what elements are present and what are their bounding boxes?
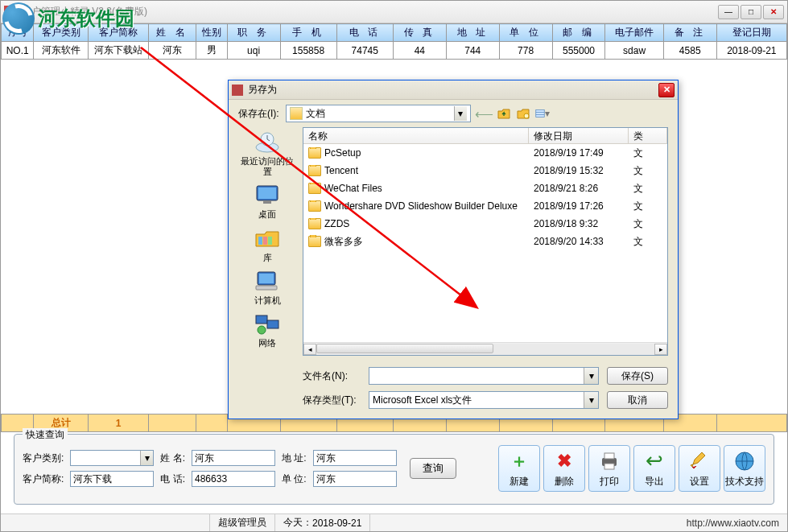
new-button[interactable]: ＋新建 xyxy=(498,445,540,492)
scroll-right-icon[interactable]: ▸ xyxy=(654,344,667,355)
up-folder-icon[interactable] xyxy=(497,106,511,121)
status-today: 今天：2018-09-21 xyxy=(275,514,370,531)
savein-combo[interactable]: 文档 ▾ xyxy=(286,105,471,122)
chevron-down-icon[interactable]: ▾ xyxy=(584,392,598,408)
print-button[interactable]: 打印 xyxy=(588,445,630,492)
search-tel-label: 电 话: xyxy=(160,472,185,486)
folder-icon xyxy=(290,107,303,120)
place-network[interactable]: 网络 xyxy=(238,311,296,348)
filetype-value[interactable] xyxy=(369,392,584,408)
folder-icon xyxy=(308,147,321,159)
col-email[interactable]: 电子邮件 xyxy=(605,24,663,42)
svg-point-1 xyxy=(524,113,529,118)
header-name[interactable]: 名称 xyxy=(303,128,529,143)
places-bar: 最近访问的位置 桌面 库 计算机 网络 xyxy=(238,127,296,356)
dialog-icon xyxy=(232,85,243,96)
place-desktop[interactable]: 桌面 xyxy=(238,182,296,220)
file-row[interactable]: 微客多多2018/9/20 14:33文 xyxy=(303,233,667,250)
col-unit[interactable]: 单 位 xyxy=(499,24,552,42)
x-icon: ✖ xyxy=(552,449,576,473)
delete-button[interactable]: ✖删除 xyxy=(543,445,585,492)
dialog-close-button[interactable]: ✕ xyxy=(658,83,675,97)
filename-input[interactable] xyxy=(369,368,584,384)
svg-rect-20 xyxy=(604,453,614,459)
file-row[interactable]: WeChat Files2018/9/21 8:26文 xyxy=(303,179,667,197)
scroll-thumb[interactable] xyxy=(316,344,493,353)
globe-icon xyxy=(732,449,757,473)
folder-icon xyxy=(308,183,321,194)
chevron-down-icon[interactable]: ▾ xyxy=(584,368,598,384)
views-icon[interactable]: ▾ xyxy=(535,106,550,121)
chevron-down-icon[interactable]: ▾ xyxy=(454,106,467,121)
col-fax[interactable]: 传 真 xyxy=(393,24,446,42)
filetype-label: 保存类型(T): xyxy=(303,394,361,407)
svg-rect-9 xyxy=(263,200,271,204)
file-row[interactable]: PcSetup2018/9/19 17:49文 xyxy=(303,144,667,162)
table-row[interactable]: NO.1 河东软件 河东下载站 河东 男 uqi 155858 74745 44… xyxy=(2,42,787,60)
minimize-button[interactable]: — xyxy=(718,5,739,19)
header-type[interactable]: 类 xyxy=(629,128,667,143)
save-button[interactable]: 保存(S) xyxy=(607,367,668,385)
col-zip[interactable]: 邮 编 xyxy=(552,24,605,42)
search-short-input[interactable] xyxy=(70,471,154,487)
folder-icon xyxy=(308,236,321,247)
col-sex[interactable]: 性别 xyxy=(196,24,227,42)
new-folder-icon[interactable] xyxy=(516,106,530,121)
col-name[interactable]: 姓 名 xyxy=(148,24,196,42)
desktop-icon xyxy=(253,182,282,208)
search-tel-input[interactable] xyxy=(192,471,275,487)
filename-label: 文件名(N): xyxy=(303,369,361,383)
search-addr-label: 地 址: xyxy=(282,452,307,465)
status-url[interactable]: http://www.xiaotv.com xyxy=(679,518,787,529)
filetype-combo[interactable]: ▾ xyxy=(369,391,599,409)
file-row[interactable]: Wondershare DVD Slideshow Builder Deluxe… xyxy=(303,197,667,215)
savein-label: 保存在(I): xyxy=(238,107,279,121)
file-list-header: 名称 修改日期 类 xyxy=(303,128,667,144)
search-name-label: 姓 名: xyxy=(160,452,185,465)
svg-rect-12 xyxy=(268,237,272,245)
svg-rect-15 xyxy=(256,286,277,290)
file-row[interactable]: Tencent2018/9/19 15:32文 xyxy=(303,162,667,179)
search-unit-input[interactable] xyxy=(313,471,397,487)
file-row[interactable]: ZZDS2018/9/18 9:32文 xyxy=(303,215,667,233)
settings-button[interactable]: 设置 xyxy=(679,445,720,492)
status-admin: 超级管理员 xyxy=(210,514,275,531)
maximize-button[interactable]: □ xyxy=(741,5,761,19)
col-tel[interactable]: 电 话 xyxy=(336,24,393,42)
search-short-label: 客户简称: xyxy=(23,472,64,486)
watermark-logo-icon xyxy=(2,2,35,35)
folder-icon xyxy=(308,165,321,176)
watermark: 河东软件园 xyxy=(2,2,134,35)
cancel-button[interactable]: 取消 xyxy=(607,391,668,409)
col-mobile[interactable]: 手 机 xyxy=(280,24,336,42)
file-list-pane[interactable]: 名称 修改日期 类 PcSetup2018/9/19 17:49文Tencent… xyxy=(303,127,668,356)
support-button[interactable]: 技术支持 xyxy=(724,445,765,492)
watermark-text: 河东软件园 xyxy=(38,6,134,31)
search-unit-label: 单 位: xyxy=(282,472,307,486)
computer-icon xyxy=(253,268,282,294)
scroll-left-icon[interactable]: ◂ xyxy=(303,344,316,355)
close-button[interactable]: ✕ xyxy=(763,5,784,19)
export-button[interactable]: ↩导出 xyxy=(633,445,675,492)
save-as-dialog: 另存为 ✕ 保存在(I): 文档 ▾ ⟵ ▾ 最近访问的位置 桌面 xyxy=(228,80,679,419)
col-note[interactable]: 备 注 xyxy=(663,24,716,42)
svg-rect-14 xyxy=(259,274,274,283)
place-library[interactable]: 库 xyxy=(238,225,296,263)
header-date[interactable]: 修改日期 xyxy=(529,128,629,143)
col-addr[interactable]: 地 址 xyxy=(446,24,499,42)
horizontal-scrollbar[interactable]: ◂ ▸ xyxy=(303,342,667,355)
filename-combo[interactable]: ▾ xyxy=(369,367,599,385)
search-addr-input[interactable] xyxy=(313,450,397,466)
col-job[interactable]: 职 务 xyxy=(227,24,280,42)
chevron-down-icon[interactable]: ▾ xyxy=(140,451,153,465)
dialog-titlebar[interactable]: 另存为 ✕ xyxy=(229,80,678,100)
folder-icon xyxy=(308,218,321,229)
place-computer[interactable]: 计算机 xyxy=(238,268,296,306)
query-button[interactable]: 查询 xyxy=(410,458,456,479)
search-name-input[interactable] xyxy=(192,450,275,466)
quick-search-panel: 快速查询 客户类别: ▾ 姓 名: 地 址: 客户简称: 电 话: 单 位: 查… xyxy=(14,434,774,505)
place-recent[interactable]: 最近访问的位置 xyxy=(238,129,296,177)
col-date[interactable]: 登记日期 xyxy=(716,24,786,42)
back-icon[interactable]: ⟵ xyxy=(477,106,492,121)
search-cat-combo[interactable]: ▾ xyxy=(70,450,154,466)
